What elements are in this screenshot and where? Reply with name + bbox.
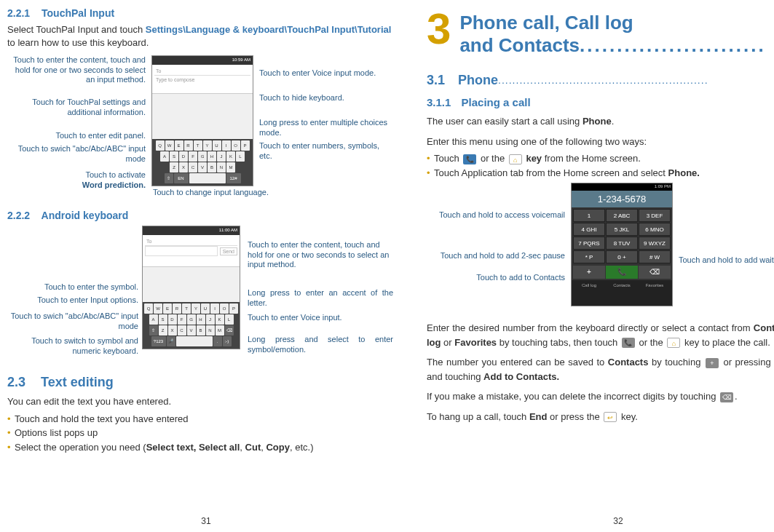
section-311-heading: 3.1.1 Placing a call — [427, 96, 774, 108]
kb-key: M — [226, 162, 235, 172]
callout-content-input: Touch to enter the content, touch and ho… — [7, 55, 146, 84]
section-23-title: Text editing — [41, 375, 114, 389]
dialer-screenshot: 1:09 PM 1-234-5678 12 ABC3 DEF4 GHI5 JKL… — [571, 183, 673, 306]
kb-key: Z — [159, 325, 167, 336]
section-221-title: TouchPal Input — [42, 7, 114, 19]
compose-to: To — [154, 67, 250, 76]
kb-key: I — [210, 303, 219, 314]
kb-key: W — [154, 303, 162, 314]
callout-edit-panel: Touch to enter edit panel. — [7, 131, 146, 140]
dialpad: 12 ABC3 DEF4 GHI5 JKL6 MNO7 PQRS8 TUV9 W… — [572, 207, 672, 266]
touchpal-intro: Select TouchPal Input and touch Settings… — [7, 23, 398, 49]
kb-key: C — [189, 162, 197, 172]
kb-key: O — [232, 140, 240, 151]
dialpad-key: # W — [639, 250, 671, 263]
dialer-tabs: Call log Contacts Favorites — [572, 280, 672, 290]
te-step1: Touch and hold the text you have entered — [7, 412, 398, 426]
kb-key: L — [225, 314, 234, 325]
kb-key: E — [163, 303, 172, 314]
callout2-emotion: Long press and select to enter symbol/em… — [248, 335, 393, 354]
kb-key: K — [216, 314, 224, 325]
callout2-abc: Touch to swich "abc/Abc/ABC" input mode — [7, 311, 138, 330]
section-31-heading: 3.1 Phone ..............................… — [427, 71, 774, 89]
kb-key: J — [217, 151, 226, 162]
dialpad-key: 7 PQRS — [573, 237, 605, 250]
home-key-icon: ⌂ — [509, 154, 522, 164]
callout-abc-mode: Touch to swich "abc/Abc/ABC" input mode — [7, 144, 146, 163]
placing-call-p3: Enter the desired number from the keyboa… — [427, 321, 774, 349]
callout2-symbol: Touch to enter the symbol. — [7, 282, 138, 292]
kb-key: A — [149, 314, 158, 325]
callout2-content: Touch to enter the content, touch and ho… — [248, 240, 393, 269]
akb-del: ⌫ — [225, 325, 234, 336]
callout-2sec-pause: Touch and hold to add 2-sec pause — [427, 251, 565, 261]
call-key-icon: ⌂ — [667, 338, 680, 348]
dialpad-key: 9 WXYZ — [639, 237, 671, 250]
akb-123: ?123 — [151, 336, 166, 346]
call-methods-list: Touch 📞 or the ⌂ key from the Home scree… — [427, 151, 774, 180]
kb-key: D — [168, 314, 177, 325]
kb-key: A — [160, 151, 169, 162]
chapter-number: 3 — [427, 7, 451, 51]
dialer-status-time: 1:09 PM — [572, 183, 672, 191]
chapter-title: Phone call, Call log and Contacts.......… — [459, 12, 774, 57]
compose-to2: To — [145, 237, 237, 246]
placing-call-p6: To hang up a call, touch End or press th… — [427, 410, 774, 424]
call-method-1: Touch 📞 or the ⌂ key from the Home scree… — [427, 151, 774, 166]
kb-key: M — [216, 325, 224, 336]
section-221-num: 2.2.1 — [7, 7, 30, 19]
dialpad-key: 1 — [573, 209, 605, 222]
dialer-action-row: + 📞 ⌫ — [572, 266, 672, 280]
touchpal-screenshot: 10:59 AM To Type to compose QWERTYUIOP A… — [151, 55, 253, 186]
kb-key: E — [175, 140, 183, 151]
kb-key: W — [165, 140, 174, 151]
callout2-numeric: Touch to switch to symbol and numeric ke… — [7, 336, 138, 355]
page-left: 2.2.1 TouchPal Input Select TouchPal Inp… — [0, 0, 412, 532]
phone-tile-icon: 📞 — [463, 154, 476, 164]
kb-key: V — [198, 162, 207, 172]
callout-hide-kb: Touch to hide keyboard. — [259, 93, 390, 103]
akb-smile: :-) — [223, 336, 232, 346]
kb-key: F — [189, 151, 197, 162]
dialer-number-display: 1-234-5678 — [572, 191, 672, 207]
kb-key: T — [182, 303, 191, 314]
kb-key: Y — [203, 140, 212, 151]
compose-body: Type to compose — [154, 76, 250, 84]
kb-key: X — [179, 162, 188, 172]
section-222-heading: 2.2.2 Android keyboard — [7, 210, 398, 221]
kb-key: Q — [156, 140, 165, 151]
text-editing-list: Touch and hold the text you have entered… — [7, 412, 398, 455]
callout2-voice: Touch to enter Voice input. — [248, 313, 393, 322]
kb-key: R — [173, 303, 181, 314]
kb-key: O — [220, 303, 229, 314]
callout-word-pred: Touch to activateWord prediction. — [7, 170, 146, 189]
te-step3: Select the operation you need (Select te… — [7, 440, 398, 455]
kb-lang-key: EN — [174, 173, 189, 183]
kb-key: U — [213, 140, 221, 151]
dialer-diagram: 1:09 PM 1-234-5678 12 ABC3 DEF4 GHI5 JKL… — [427, 183, 774, 314]
section-23-heading: 2.3 Text editing — [7, 375, 398, 390]
kb-key: R — [184, 140, 193, 151]
placing-call-p4: The number you entered can be saved to C… — [427, 355, 774, 384]
kb-key: I — [222, 140, 231, 151]
kb-key: S — [170, 151, 178, 162]
callout-add-wait: Touch and hold to add wait — [679, 255, 774, 265]
dialpad-key: 4 GHI — [573, 223, 605, 236]
kb-key: F — [178, 314, 186, 325]
kb-key: B — [208, 162, 216, 172]
section-23-num: 2.3 — [7, 375, 25, 389]
akb-dot: . — [213, 336, 222, 346]
section-311-num: 3.1.1 — [427, 96, 451, 108]
kb-shift-key: ⇧ — [165, 173, 173, 183]
send-button: Send — [220, 247, 237, 255]
callout-voice-input: Touch to enter Voice input mode. — [259, 68, 390, 78]
kb-key: L — [236, 151, 245, 162]
android-kb-diagram: 11:00 AM To Send QWERTYUIOP ASDFGHJKL ⇧ … — [7, 226, 398, 368]
kb-num-key: 12# — [226, 173, 241, 183]
akb-shift: ⇧ — [149, 325, 158, 336]
page-number-left: 31 — [201, 516, 210, 526]
section-311-title: Placing a call — [462, 96, 531, 108]
chapter-head: 3 Phone call, Call log and Contacts.....… — [427, 7, 774, 57]
kb-key: D — [179, 151, 188, 162]
callout-voicemail: Touch and hold to access voicemail — [427, 210, 565, 220]
